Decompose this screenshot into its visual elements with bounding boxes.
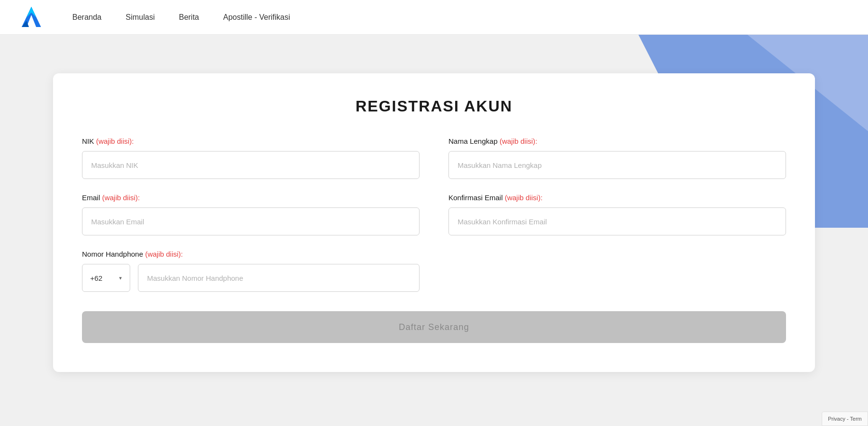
email-label: Email (wajib diisi): — [82, 193, 420, 202]
konfirmasi-email-group: Konfirmasi Email (wajib diisi): — [448, 193, 786, 235]
phone-code-value: +62 — [90, 274, 102, 282]
main-content: REGISTRASI AKUN NIK (wajib diisi): Nama … — [0, 35, 868, 401]
nav-apostille[interactable]: Apostille - Verifikasi — [223, 13, 290, 22]
navbar: Beranda Simulasi Berita Apostille - Veri… — [0, 0, 868, 35]
email-required: (wajib diisi): — [102, 193, 140, 202]
form-row-3: Nomor Handphone (wajib diisi): +62 ▾ — [82, 250, 786, 292]
phone-group: Nomor Handphone (wajib diisi): +62 ▾ — [82, 250, 420, 292]
navbar-links: Beranda Simulasi Berita Apostille - Veri… — [72, 13, 290, 22]
nav-simulasi[interactable]: Simulasi — [126, 13, 155, 22]
logo[interactable] — [19, 5, 43, 29]
konfirmasi-email-label: Konfirmasi Email (wajib diisi): — [448, 193, 786, 202]
nik-label: NIK (wajib diisi): — [82, 137, 420, 145]
registration-form-card: REGISTRASI AKUN NIK (wajib diisi): Nama … — [53, 73, 815, 372]
phone-required: (wajib diisi): — [145, 250, 183, 258]
nik-group: NIK (wajib diisi): — [82, 137, 420, 179]
phone-number-input[interactable] — [138, 264, 420, 292]
submit-button[interactable]: Daftar Sekarang — [82, 311, 786, 343]
phone-spacer — [448, 250, 786, 292]
nama-lengkap-input[interactable] — [448, 151, 786, 179]
nama-lengkap-group: Nama Lengkap (wajib diisi): — [448, 137, 786, 179]
email-group: Email (wajib diisi): — [82, 193, 420, 235]
form-row-2: Email (wajib diisi): Konfirmasi Email (w… — [82, 193, 786, 235]
chevron-down-icon: ▾ — [119, 275, 122, 281]
submit-section: Daftar Sekarang — [82, 311, 786, 343]
privacy-term-badge[interactable]: Privacy - Term — [822, 412, 868, 426]
nav-berita[interactable]: Berita — [179, 13, 199, 22]
form-row-1: NIK (wajib diisi): Nama Lengkap (wajib d… — [82, 137, 786, 179]
konfirmasi-email-input[interactable] — [448, 207, 786, 235]
nama-lengkap-label: Nama Lengkap (wajib diisi): — [448, 137, 786, 145]
email-input[interactable] — [82, 207, 420, 235]
nik-input[interactable] — [82, 151, 420, 179]
form-title: REGISTRASI AKUN — [82, 97, 786, 115]
phone-label: Nomor Handphone (wajib diisi): — [82, 250, 420, 258]
nik-required: (wajib diisi): — [96, 137, 134, 145]
phone-input-row: +62 ▾ — [82, 264, 420, 292]
nama-lengkap-required: (wajib diisi): — [500, 137, 537, 145]
svg-marker-1 — [27, 7, 36, 17]
nav-beranda[interactable]: Beranda — [72, 13, 102, 22]
konfirmasi-email-required: (wajib diisi): — [505, 193, 542, 202]
phone-code-selector[interactable]: +62 ▾ — [82, 264, 130, 292]
